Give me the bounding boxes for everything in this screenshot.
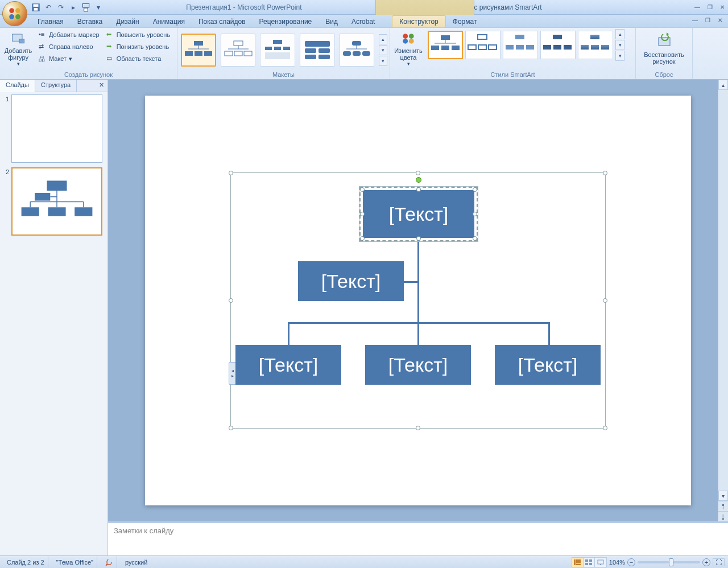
rotate-handle[interactable] bbox=[416, 177, 421, 183]
tab-home[interactable]: Главная bbox=[31, 16, 71, 27]
layout-icon: 品 bbox=[39, 55, 47, 63]
svg-rect-32 bbox=[318, 55, 330, 59]
layout-gallery-item-3[interactable] bbox=[260, 34, 295, 67]
vertical-scrollbar[interactable]: ▴ ▾ ⭱ ⭳ bbox=[718, 80, 728, 521]
rtl-icon: ⇄ bbox=[39, 43, 47, 51]
style-gallery-item-1[interactable] bbox=[428, 31, 463, 59]
demote-button[interactable]: ➡Понизить уровень bbox=[104, 41, 173, 52]
sidetab-slides[interactable]: Слайды bbox=[0, 80, 35, 92]
rtl-button[interactable]: ⇄Справа налево bbox=[36, 41, 102, 52]
add-shape-icon bbox=[9, 30, 27, 46]
normal-view-icon[interactable] bbox=[572, 558, 584, 567]
zoom-slider[interactable] bbox=[638, 561, 700, 563]
gallery-down-icon[interactable]: ▾ bbox=[379, 45, 387, 55]
style-more-icon[interactable]: ▾ bbox=[615, 51, 624, 61]
tab-animation[interactable]: Анимация bbox=[146, 16, 192, 27]
svg-rect-38 bbox=[362, 51, 370, 56]
style-gallery-item-2[interactable] bbox=[465, 31, 500, 59]
notes-pane[interactable]: Заметки к слайду bbox=[108, 521, 728, 555]
slide-thumb-1[interactable] bbox=[11, 94, 102, 163]
mdi-minimize-button[interactable]: — bbox=[689, 16, 701, 24]
promote-button[interactable]: ⬅Повысить уровень bbox=[104, 29, 173, 40]
status-spell-icon[interactable] bbox=[102, 556, 117, 568]
smartart-frame[interactable]: ◂▸ bbox=[230, 172, 606, 429]
style-gallery-item-4[interactable] bbox=[540, 31, 576, 59]
sidetab-outline[interactable]: Структура bbox=[35, 80, 77, 92]
svg-rect-57 bbox=[553, 35, 562, 39]
svg-point-39 bbox=[403, 34, 408, 39]
org-node-root[interactable]: [Текст] bbox=[363, 190, 474, 238]
mdi-restore-button[interactable]: ❐ bbox=[702, 16, 713, 24]
tab-design[interactable]: Дизайн bbox=[109, 16, 146, 27]
style-down-icon[interactable]: ▾ bbox=[615, 40, 624, 50]
ribbon-tabs: Главная Вставка Дизайн Анимация Показ сл… bbox=[0, 15, 728, 27]
tab-smartart-format[interactable]: Формат bbox=[446, 16, 484, 27]
layout-gallery-item-1[interactable] bbox=[181, 34, 216, 67]
gallery-up-icon[interactable]: ▴ bbox=[379, 34, 387, 44]
slide-thumb-2[interactable] bbox=[11, 167, 102, 236]
mdi-controls: — ❐ ✕ bbox=[689, 16, 726, 24]
scroll-down-icon[interactable]: ▾ bbox=[718, 491, 728, 501]
scroll-up-icon[interactable]: ▴ bbox=[718, 80, 728, 90]
undo-icon[interactable]: ↶ bbox=[43, 2, 53, 13]
text-pane-button[interactable]: ▭Область текста bbox=[104, 53, 173, 64]
next-slide-icon[interactable]: ⭳ bbox=[718, 511, 728, 521]
slideshow-icon[interactable]: ▸ bbox=[68, 2, 78, 13]
restore-button[interactable]: ❐ bbox=[704, 3, 715, 11]
style-gallery-item-3[interactable] bbox=[503, 31, 538, 59]
svg-rect-7 bbox=[82, 3, 89, 7]
style-gallery-item-5[interactable] bbox=[578, 31, 613, 59]
redo-icon[interactable]: ↷ bbox=[56, 2, 66, 13]
svg-rect-26 bbox=[283, 47, 290, 50]
reset-graphic-button[interactable]: Восстановить рисунок bbox=[639, 29, 690, 68]
contextual-title: Работа с рисунками SmartArt bbox=[450, 3, 542, 11]
org-node-child-1[interactable]: [Текст] bbox=[235, 345, 341, 385]
sorter-view-icon[interactable] bbox=[584, 558, 595, 567]
add-shape-button[interactable]: Добавить фигуру▾ bbox=[2, 29, 34, 68]
tab-slideshow[interactable]: Показ слайдов bbox=[192, 16, 253, 27]
status-language[interactable]: русский bbox=[122, 556, 151, 568]
zoom-thumb[interactable] bbox=[669, 558, 673, 566]
zoom-percent[interactable]: 104% bbox=[609, 559, 625, 566]
close-button[interactable]: ✕ bbox=[717, 3, 728, 11]
status-bar: Слайд 2 из 2 "Тема Office" русский 104% … bbox=[0, 555, 728, 568]
slide-canvas[interactable]: ◂▸ bbox=[145, 96, 691, 505]
mdi-close-button[interactable]: ✕ bbox=[714, 16, 726, 24]
layout-button[interactable]: 品Макет▾ bbox=[36, 53, 102, 64]
style-up-icon[interactable]: ▴ bbox=[615, 29, 624, 39]
tab-insert[interactable]: Вставка bbox=[71, 16, 110, 27]
svg-rect-49 bbox=[478, 35, 487, 39]
slideshow-view-icon[interactable] bbox=[595, 558, 606, 567]
tab-acrobat[interactable]: Acrobat bbox=[345, 16, 382, 27]
office-button[interactable] bbox=[2, 1, 27, 26]
org-node-child-3[interactable]: [Текст] bbox=[495, 345, 601, 385]
minimize-button[interactable]: — bbox=[692, 3, 703, 11]
tab-review[interactable]: Рецензирование bbox=[253, 16, 319, 27]
qat-dropdown-icon[interactable]: ▾ bbox=[93, 2, 104, 13]
svg-rect-22 bbox=[244, 51, 252, 56]
quick-access-toolbar: ↶ ↷ ▸ ▾ bbox=[31, 2, 104, 13]
zoom-in-icon[interactable]: + bbox=[702, 558, 710, 566]
status-theme[interactable]: "Тема Office" bbox=[53, 556, 97, 568]
zoom-out-icon[interactable]: − bbox=[627, 558, 635, 566]
layout-gallery-item-5[interactable] bbox=[340, 34, 375, 67]
status-slide-indicator[interactable]: Слайд 2 из 2 bbox=[3, 556, 48, 568]
window-title: Презентация1 - Microsoft PowerPoint bbox=[186, 3, 301, 11]
print-preview-icon[interactable] bbox=[81, 2, 91, 13]
org-node-assistant[interactable]: [Текст] bbox=[298, 261, 404, 301]
svg-point-3 bbox=[15, 14, 20, 19]
layout-gallery-item-2[interactable] bbox=[221, 34, 256, 67]
org-node-child-2[interactable]: [Текст] bbox=[365, 345, 471, 385]
add-bullet-button[interactable]: •≡Добавить маркер bbox=[36, 29, 102, 40]
promote-icon: ⬅ bbox=[106, 31, 114, 39]
fit-window-icon[interactable]: ⛶ bbox=[713, 558, 725, 566]
svg-rect-78 bbox=[574, 559, 576, 565]
layout-gallery-item-4[interactable] bbox=[300, 34, 335, 67]
prev-slide-icon[interactable]: ⭱ bbox=[718, 501, 728, 511]
gallery-more-icon[interactable]: ▾ bbox=[379, 56, 387, 66]
tab-view[interactable]: Вид bbox=[318, 16, 345, 27]
save-icon[interactable] bbox=[31, 2, 41, 13]
tab-smartart-design[interactable]: Конструктор bbox=[392, 15, 445, 27]
change-colors-button[interactable]: Изменить цвета▾ bbox=[392, 29, 424, 68]
panel-close-icon[interactable]: ✕ bbox=[96, 80, 107, 92]
